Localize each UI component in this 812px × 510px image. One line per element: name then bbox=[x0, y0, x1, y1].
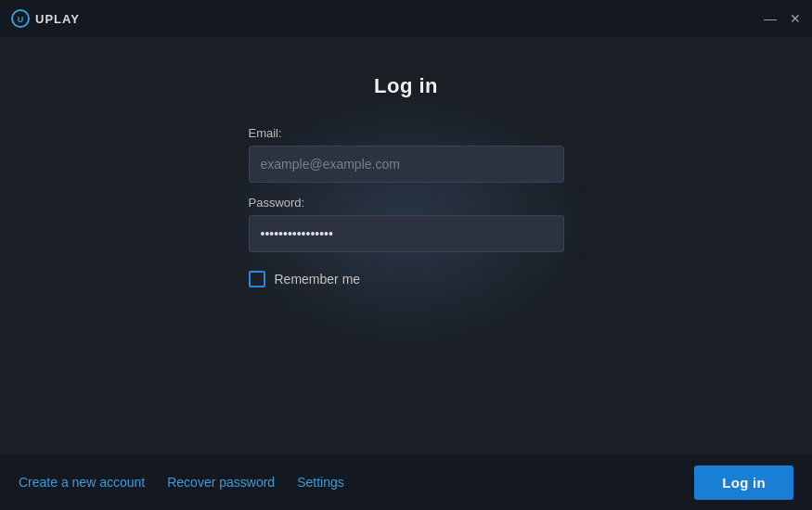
bottom-bar: Create a new account Recover password Se… bbox=[0, 454, 812, 510]
svg-text:U: U bbox=[18, 15, 24, 24]
remember-label[interactable]: Remember me bbox=[275, 272, 361, 287]
settings-link[interactable]: Settings bbox=[297, 475, 344, 490]
email-input[interactable] bbox=[249, 146, 564, 183]
create-account-link[interactable]: Create a new account bbox=[19, 475, 145, 490]
bottom-links: Create a new account Recover password Se… bbox=[19, 475, 344, 490]
titlebar-logo: U UPLAY bbox=[11, 9, 80, 28]
titlebar: U UPLAY — ✕ bbox=[0, 0, 812, 37]
password-label: Password: bbox=[249, 196, 564, 210]
main-content: Log in Email: Password: Remember me Crea… bbox=[0, 37, 812, 510]
login-button[interactable]: Log in bbox=[694, 465, 793, 500]
close-button[interactable]: ✕ bbox=[790, 12, 801, 25]
login-form: Email: Password: Remember me bbox=[249, 126, 564, 287]
remember-row: Remember me bbox=[249, 271, 564, 287]
remember-checkbox[interactable] bbox=[249, 271, 265, 287]
password-input[interactable] bbox=[249, 215, 564, 252]
uplay-logo-icon: U bbox=[11, 9, 30, 28]
recover-password-link[interactable]: Recover password bbox=[167, 475, 275, 490]
page-title: Log in bbox=[374, 74, 438, 98]
app-title: UPLAY bbox=[35, 12, 80, 26]
titlebar-controls: — ✕ bbox=[764, 12, 801, 25]
email-label: Email: bbox=[249, 126, 564, 140]
minimize-button[interactable]: — bbox=[764, 12, 777, 25]
